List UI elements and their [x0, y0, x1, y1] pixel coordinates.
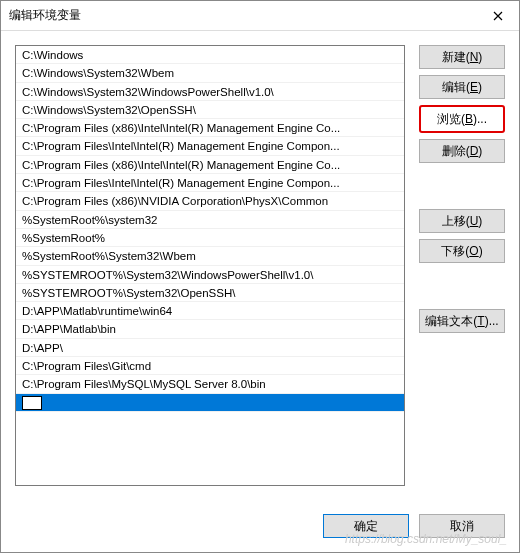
movedown-button-label: 下移(O) — [441, 243, 482, 260]
path-list-container: C:\WindowsC:\Windows\System32\WbemC:\Win… — [15, 45, 405, 486]
list-item[interactable]: %SystemRoot% — [16, 229, 404, 247]
list-item[interactable]: D:\APP\Matlab\bin — [16, 320, 404, 338]
list-item[interactable]: C:\Windows — [16, 46, 404, 64]
list-item[interactable]: %SystemRoot%\system32 — [16, 211, 404, 229]
list-item[interactable]: C:\Windows\System32\WindowsPowerShell\v1… — [16, 83, 404, 101]
list-item[interactable]: C:\Program Files (x86)\NVIDIA Corporatio… — [16, 192, 404, 210]
close-icon — [493, 11, 503, 21]
watermark: https://blog.csdn.net/My_soul_ — [345, 532, 507, 546]
list-item[interactable]: %SYSTEMROOT%\System32\OpenSSH\ — [16, 284, 404, 302]
list-item-editing[interactable] — [16, 394, 404, 412]
new-button[interactable]: 新建(N) — [419, 45, 505, 69]
new-button-label: 新建(N) — [442, 49, 483, 66]
edit-button[interactable]: 编辑(E) — [419, 75, 505, 99]
edit-button-label: 编辑(E) — [442, 79, 482, 96]
side-buttons: 新建(N) 编辑(E) 浏览(B)... 删除(D) 上移(U) 下移(O) — [419, 45, 505, 486]
content-area: C:\WindowsC:\Windows\System32\WbemC:\Win… — [15, 45, 505, 486]
list-item[interactable]: D:\APP\Matlab\runtime\win64 — [16, 302, 404, 320]
edittext-button[interactable]: 编辑文本(T)... — [419, 309, 505, 333]
browse-button[interactable]: 浏览(B)... — [419, 105, 505, 133]
movedown-button[interactable]: 下移(O) — [419, 239, 505, 263]
browse-button-label: 浏览(B)... — [437, 111, 487, 128]
inline-edit-field[interactable] — [22, 396, 42, 410]
delete-button-label: 删除(D) — [442, 143, 483, 160]
list-item[interactable]: D:\APP\ — [16, 339, 404, 357]
delete-button[interactable]: 删除(D) — [419, 139, 505, 163]
moveup-button[interactable]: 上移(U) — [419, 209, 505, 233]
path-list[interactable]: C:\WindowsC:\Windows\System32\WbemC:\Win… — [16, 46, 404, 485]
edit-env-dialog: 编辑环境变量 C:\WindowsC:\Windows\System32\Wbe… — [0, 0, 520, 553]
window-title: 编辑环境变量 — [9, 7, 81, 24]
list-item[interactable]: C:\Program Files (x86)\Intel\Intel(R) Ma… — [16, 156, 404, 174]
list-item[interactable]: C:\Program Files\Intel\Intel(R) Manageme… — [16, 174, 404, 192]
list-item[interactable]: C:\Program Files (x86)\Intel\Intel(R) Ma… — [16, 119, 404, 137]
list-item[interactable]: %SYSTEMROOT%\System32\WindowsPowerShell\… — [16, 266, 404, 284]
edittext-button-label: 编辑文本(T)... — [425, 313, 498, 330]
list-item[interactable]: C:\Program Files\Git\cmd — [16, 357, 404, 375]
list-item[interactable]: C:\Windows\System32\Wbem — [16, 64, 404, 82]
titlebar: 编辑环境变量 — [1, 1, 519, 31]
list-item[interactable]: %SystemRoot%\System32\Wbem — [16, 247, 404, 265]
dialog-body: C:\WindowsC:\Windows\System32\WbemC:\Win… — [1, 31, 519, 552]
list-item[interactable]: C:\Program Files\MySQL\MySQL Server 8.0\… — [16, 375, 404, 393]
moveup-button-label: 上移(U) — [442, 213, 483, 230]
list-item[interactable]: C:\Windows\System32\OpenSSH\ — [16, 101, 404, 119]
close-button[interactable] — [477, 1, 519, 31]
list-item[interactable]: C:\Program Files\Intel\Intel(R) Manageme… — [16, 137, 404, 155]
